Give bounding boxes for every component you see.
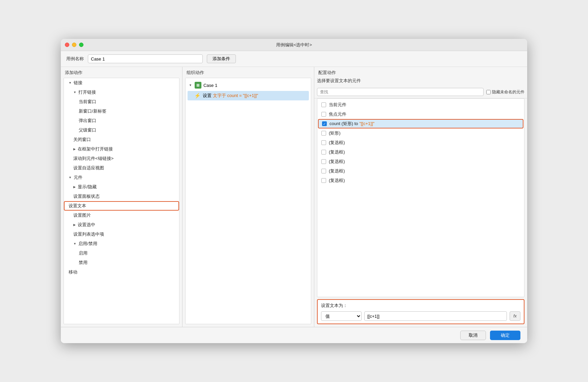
elem-label-rect: (矩形) (329, 130, 341, 136)
arrow-enable-disable (73, 242, 76, 245)
right-sub-header: 选择要设置文本的元件 (314, 78, 527, 86)
sidebar-item-scroll-to[interactable]: 滚动到元件<锚链接> (64, 154, 179, 163)
right-search-input[interactable] (317, 88, 484, 96)
arrow-open-link (73, 91, 76, 94)
case-row: ⊞ Case 1 (188, 80, 309, 90)
sidebar-item-new-window[interactable]: 新窗口/新标签 (64, 106, 179, 116)
checkbox-cb1[interactable] (321, 140, 326, 145)
elem-label-current: 当前元件 (329, 102, 346, 108)
case-name-input[interactable] (88, 54, 203, 63)
sidebar-item-current-window[interactable]: 当前窗口 (64, 97, 179, 106)
maximize-button[interactable] (79, 43, 83, 47)
sidebar-item-set-list[interactable]: 设置列表选中项 (64, 230, 179, 239)
elem-row-cb1[interactable]: (复选框) (317, 138, 524, 147)
left-panel-content: 链接 打开链接 当前窗口 新窗口/新标签 弹出窗口 父级窗口 (64, 78, 179, 324)
sidebar-item-move[interactable]: 移动 (64, 267, 179, 277)
sidebar-item-disable[interactable]: 禁用 (64, 258, 179, 267)
lightning-icon: ⚡ (194, 93, 201, 99)
open-in-frame-label: 在框架中打开链接 (78, 146, 113, 152)
checkbox-cb4[interactable] (321, 169, 326, 173)
checkbox-cb5[interactable] (321, 178, 326, 183)
fx-button[interactable]: fx (510, 311, 520, 321)
elem-row-focus[interactable]: 焦点元件 (317, 110, 524, 119)
elem-row-rect[interactable]: (矩形) (317, 128, 524, 138)
right-element-list: 当前元件 焦点元件 ✓ count (矩形) to "[[c+1]]" (317, 98, 524, 297)
sidebar-item-popup[interactable]: 弹出窗口 (64, 116, 179, 125)
elem-row-count-rect[interactable]: ✓ count (矩形) to "[[c+1]]" (318, 119, 523, 128)
hide-unnamed-checkbox[interactable] (486, 90, 491, 94)
arrow-links (69, 81, 72, 85)
elem-row-current[interactable]: 当前元件 (317, 100, 524, 110)
current-window-label: 当前窗口 (79, 99, 96, 105)
sidebar-item-enable-disable[interactable]: 启用/禁用 (64, 239, 179, 248)
value-input[interactable] (364, 311, 507, 321)
sidebar-item-open-in-frame[interactable]: 在框架中打开链接 (64, 144, 179, 154)
hide-unnamed-label: 隐藏未命名的元件 (492, 89, 524, 95)
action-row[interactable]: ⚡ 设置 文字于 count = "[[c+1]]" (188, 91, 309, 100)
sidebar-item-set-selected[interactable]: 设置选中 (64, 220, 179, 230)
top-bar: 用例名称 添加条件 (61, 51, 527, 67)
enable-disable-label: 启用/禁用 (78, 241, 97, 247)
checkbox-cb3[interactable] (321, 159, 326, 164)
sidebar-item-set-panel[interactable]: 设置面板状态 (64, 192, 179, 201)
case-name-label: 用例名称 (66, 56, 84, 62)
set-text-label: 设置文本 (69, 203, 86, 209)
sidebar-item-set-text[interactable]: 设置文本 (64, 201, 179, 211)
elem-label-count-rect: count (矩形) to "[[c+1]]" (329, 121, 374, 127)
sidebar-item-elements[interactable]: 元件 (64, 173, 179, 182)
arrow-show-hide (73, 185, 76, 189)
arrow-elements (69, 176, 72, 179)
disable-label: 禁用 (79, 260, 88, 266)
element-list: 当前元件 焦点元件 ✓ count (矩形) to "[[c+1]]" (317, 99, 524, 187)
elem-label-cb4: (复选框) (329, 168, 345, 174)
mid-panel: 组织动作 ⊞ Case 1 ⚡ 设置 文字于 count = "[[c+1]]" (182, 67, 314, 327)
titlebar: 用例编辑<选中时> (61, 39, 527, 51)
main-window: 用例编辑<选中时> 用例名称 添加条件 添加动作 链接 打开链接 当前窗口 (61, 39, 527, 343)
right-panel: 配置动作 选择要设置文本的元件 隐藏未命名的元件 当前元件 (314, 67, 527, 327)
main-area: 添加动作 链接 打开链接 当前窗口 新窗口/新标签 弹出窗口 (61, 67, 527, 327)
checkbox-rect[interactable] (321, 131, 326, 136)
enable-label: 启用 (79, 250, 88, 256)
sidebar-item-close-window[interactable]: 关闭窗口 (64, 135, 179, 144)
checkbox-count-rect[interactable]: ✓ (322, 121, 327, 126)
right-toolbar: 隐藏未命名的元件 (314, 86, 527, 98)
minimize-button[interactable] (72, 43, 76, 47)
action-text: 设置 文字于 count = "[[c+1]]" (203, 93, 258, 99)
close-button[interactable] (65, 43, 69, 47)
left-panel-header: 添加动作 (61, 67, 182, 78)
sidebar-item-open-link[interactable]: 打开链接 (64, 88, 179, 97)
set-text-title: 设置文本为： (321, 303, 520, 309)
checkbox-cb2[interactable] (321, 150, 326, 154)
checkbox-focus[interactable] (321, 112, 326, 117)
value-select[interactable]: 值 (321, 311, 362, 321)
sidebar-item-enable[interactable]: 启用 (64, 248, 179, 258)
sidebar-item-parent-window[interactable]: 父级窗口 (64, 125, 179, 135)
bottom-bar: 取消 确定 (61, 327, 527, 343)
ok-button[interactable]: 确定 (490, 331, 520, 340)
sidebar-item-show-hide[interactable]: 显示/隐藏 (64, 182, 179, 192)
sidebar-item-set-image[interactable]: 设置图片 (64, 211, 179, 220)
sidebar-item-links[interactable]: 链接 (64, 78, 179, 88)
set-text-row: 值 fx (321, 311, 520, 321)
set-list-label: 设置列表选中项 (73, 231, 104, 237)
elem-label-cb2: (复选框) (329, 149, 345, 155)
case-arrow (189, 83, 192, 87)
elem-row-cb3[interactable]: (复选框) (317, 157, 524, 166)
show-hide-label: 显示/隐藏 (78, 184, 97, 190)
cancel-button[interactable]: 取消 (460, 331, 486, 340)
window-title: 用例编辑<选中时> (276, 42, 312, 48)
add-condition-button[interactable]: 添加条件 (207, 54, 236, 63)
new-window-label: 新窗口/新标签 (79, 108, 106, 114)
case-icon: ⊞ (195, 82, 201, 89)
checkbox-current[interactable] (321, 102, 326, 107)
elem-label-cb3: (复选框) (329, 159, 345, 165)
arrow-set-selected (73, 223, 76, 226)
elem-row-cb2[interactable]: (复选框) (317, 147, 524, 157)
elem-row-cb4[interactable]: (复选框) (317, 166, 524, 176)
elem-label-cb1: (复选框) (329, 140, 345, 146)
hide-unnamed-container: 隐藏未命名的元件 (486, 89, 524, 95)
sidebar-item-fit-view[interactable]: 设置自适应视图 (64, 163, 179, 173)
elements-label: 元件 (74, 174, 82, 181)
fit-view-label: 设置自适应视图 (73, 165, 104, 171)
elem-row-cb5[interactable]: (复选框) (317, 176, 524, 185)
